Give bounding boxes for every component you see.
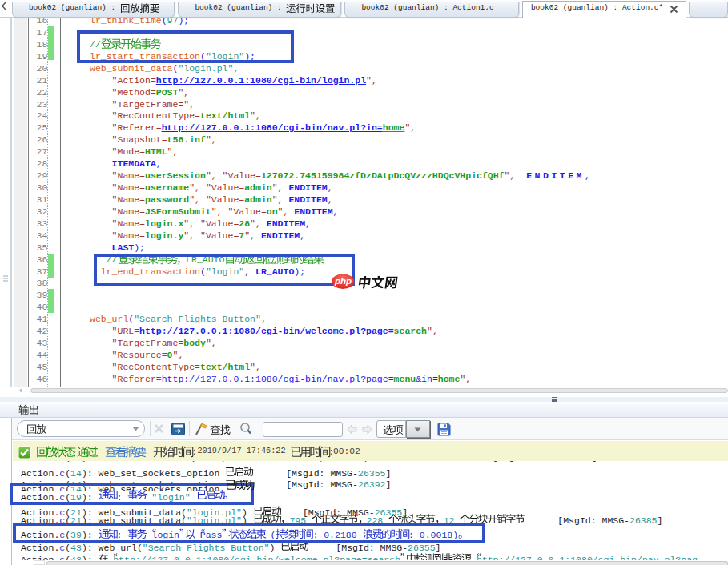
svg-text:php: php bbox=[333, 276, 351, 286]
